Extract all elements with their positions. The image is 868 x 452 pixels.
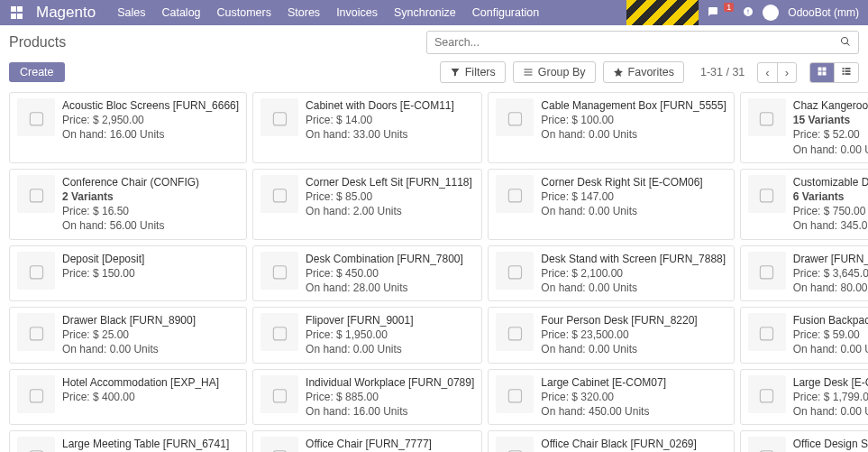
messages-badge: 1: [724, 3, 734, 12]
favorites-button[interactable]: Favorites: [603, 61, 684, 83]
username[interactable]: OdooBot (mm): [788, 6, 859, 19]
product-card[interactable]: ▢Corner Desk Left Sit [FURN_1118]Price: …: [252, 169, 482, 240]
product-info: Corner Desk Left Sit [FURN_1118]Price: $…: [306, 175, 472, 234]
product-price: Price: $ 23,500.00: [541, 327, 697, 342]
product-thumb: ▢: [260, 313, 298, 351]
nav-catalog[interactable]: Catalog: [161, 6, 200, 19]
product-price: Price: $ 85.00: [306, 189, 472, 204]
product-thumb: ▢: [17, 313, 55, 351]
groupby-button[interactable]: Group By: [513, 61, 596, 83]
page-prev[interactable]: ‹: [758, 63, 776, 82]
product-card[interactable]: ▢Fusion Backpack [24-MB02]Price: $ 59.00…: [740, 307, 868, 364]
nav-sales[interactable]: Sales: [117, 6, 145, 19]
product-card[interactable]: ▢Large Desk [E-COM09]Price: $ 1,799.00On…: [740, 369, 868, 426]
product-card[interactable]: ▢Drawer [FURN_8855]Price: $ 3,645.00On h…: [740, 245, 868, 302]
product-thumb: ▢: [496, 437, 534, 452]
product-info: Chaz Kangeroo Hoodie15 VariantsPrice: $ …: [793, 98, 868, 157]
product-name: Office Chair [FURN_7777]: [306, 437, 432, 451]
systray: 1 OdooBot (mm): [699, 5, 868, 21]
product-price: Price: $ 750.00: [793, 204, 868, 218]
product-card[interactable]: ▢Acoustic Bloc Screens [FURN_6666]Price:…: [9, 92, 247, 163]
nav-customers[interactable]: Customers: [217, 6, 271, 19]
product-price: Price: $ 1,799.00: [793, 390, 868, 404]
nav-configuration[interactable]: Configuration: [472, 6, 539, 19]
product-name: Corner Desk Right Sit [E-COM06]: [541, 175, 702, 189]
product-thumb: ▢: [496, 313, 534, 351]
product-info: Fusion Backpack [24-MB02]Price: $ 59.00O…: [793, 313, 868, 357]
create-button[interactable]: Create: [9, 62, 65, 82]
search-input[interactable]: [434, 36, 840, 49]
product-price: Price: $ 147.00: [541, 189, 702, 204]
product-card[interactable]: ▢Deposit [Deposit]Price: $ 150.00: [9, 245, 247, 302]
nav-stores[interactable]: Stores: [288, 6, 320, 19]
product-card[interactable]: ▢Conference Chair (CONFIG)2 VariantsPric…: [9, 169, 247, 240]
product-card[interactable]: ▢Desk Combination [FURN_7800]Price: $ 45…: [252, 245, 482, 302]
messages-icon[interactable]: [708, 6, 718, 20]
product-price: Price: $ 3,645.00: [793, 266, 868, 281]
product-card[interactable]: ▢Four Person Desk [FURN_8220]Price: $ 23…: [488, 307, 734, 364]
product-card[interactable]: ▢Office Design Software [FURN_9999]Price…: [740, 430, 868, 452]
product-card[interactable]: ▢Office Chair Black [FURN_0269]Price: $ …: [488, 430, 734, 452]
pager-text[interactable]: 1-31 / 31: [700, 66, 745, 78]
product-card[interactable]: ▢Large Meeting Table [FURN_6741]Price: $…: [9, 430, 247, 452]
product-name: Corner Desk Left Sit [FURN_1118]: [306, 175, 472, 189]
product-name: Cable Management Box [FURN_5555]: [541, 98, 726, 113]
view-kanban[interactable]: [810, 63, 834, 82]
product-onhand: On hand: 16.00 Units: [306, 404, 474, 419]
product-thumb: ▢: [260, 175, 298, 213]
product-price: Price: $ 1,950.00: [306, 327, 413, 342]
product-thumb: ▢: [748, 437, 786, 452]
product-name: Hotel Accommodation [EXP_HA]: [62, 375, 219, 390]
avatar[interactable]: [763, 5, 779, 21]
product-thumb: ▢: [260, 98, 298, 136]
product-price: Price: $ 16.50: [62, 204, 199, 218]
product-thumb: ▢: [17, 437, 55, 452]
search-container[interactable]: [426, 31, 859, 54]
product-price: Price: $ 59.00: [793, 327, 868, 342]
filters-button[interactable]: Filters: [440, 61, 506, 83]
search-icon[interactable]: [840, 36, 851, 50]
product-info: Desk Stand with Screen [FURN_7888]Price:…: [541, 252, 726, 296]
product-thumb: ▢: [748, 175, 786, 213]
nav-synchronize[interactable]: Synchronize: [394, 6, 456, 19]
apps-icon[interactable]: [11, 6, 23, 19]
product-onhand: On hand: 28.00 Units: [306, 281, 463, 295]
view-list[interactable]: [834, 63, 858, 82]
product-name: Desk Combination [FURN_7800]: [306, 252, 463, 266]
product-onhand: On hand: 0.00 Units: [62, 342, 196, 356]
product-name: Desk Stand with Screen [FURN_7888]: [541, 252, 726, 266]
product-name: Conference Chair (CONFIG): [62, 175, 199, 189]
product-card[interactable]: ▢Office Chair [FURN_7777]Price: $ 70.00O…: [252, 430, 482, 452]
product-grid: ▢Acoustic Bloc Screens [FURN_6666]Price:…: [0, 90, 868, 452]
product-card[interactable]: ▢Chaz Kangeroo Hoodie15 VariantsPrice: $…: [740, 92, 868, 163]
product-price: Price: $ 885.00: [306, 390, 474, 404]
product-card[interactable]: ▢Cable Management Box [FURN_5555]Price: …: [488, 92, 734, 163]
product-price: Price: $ 320.00: [541, 390, 666, 404]
product-name: Individual Workplace [FURN_0789]: [306, 375, 474, 390]
product-card[interactable]: ▢Hotel Accommodation [EXP_HA]Price: $ 40…: [9, 369, 247, 426]
product-card[interactable]: ▢Cabinet with Doors [E-COM11]Price: $ 14…: [252, 92, 482, 163]
product-variants: 6 Variants: [793, 189, 868, 204]
nav-invoices[interactable]: Invoices: [336, 6, 378, 19]
product-card[interactable]: ▢Customizable Desk (CONFIG)6 VariantsPri…: [740, 169, 868, 240]
product-thumb: ▢: [260, 252, 298, 290]
header-row: Products: [0, 25, 868, 60]
brand[interactable]: Magento: [36, 4, 96, 22]
product-thumb: ▢: [17, 175, 55, 213]
product-info: Customizable Desk (CONFIG)6 VariantsPric…: [793, 175, 868, 234]
product-price: Price: $ 400.00: [62, 390, 219, 404]
product-card[interactable]: ▢Large Cabinet [E-COM07]Price: $ 320.00O…: [488, 369, 734, 426]
product-info: Office Design Software [FURN_9999]Price:…: [793, 437, 868, 452]
product-price: Price: $ 14.00: [306, 113, 454, 127]
product-thumb: ▢: [17, 98, 55, 136]
product-card[interactable]: ▢Individual Workplace [FURN_0789]Price: …: [252, 369, 482, 426]
page-next[interactable]: ›: [777, 63, 796, 82]
product-card[interactable]: ▢Corner Desk Right Sit [E-COM06]Price: $…: [488, 169, 734, 240]
filters-label: Filters: [465, 66, 496, 78]
product-card[interactable]: ▢Desk Stand with Screen [FURN_7888]Price…: [488, 245, 734, 302]
product-card[interactable]: ▢Flipover [FURN_9001]Price: $ 1,950.00On…: [252, 307, 482, 364]
hazard-stripe: [626, 0, 699, 25]
product-price: Price: $ 150.00: [62, 266, 144, 281]
product-card[interactable]: ▢Drawer Black [FURN_8900]Price: $ 25.00O…: [9, 307, 247, 364]
activity-icon[interactable]: [743, 6, 754, 20]
